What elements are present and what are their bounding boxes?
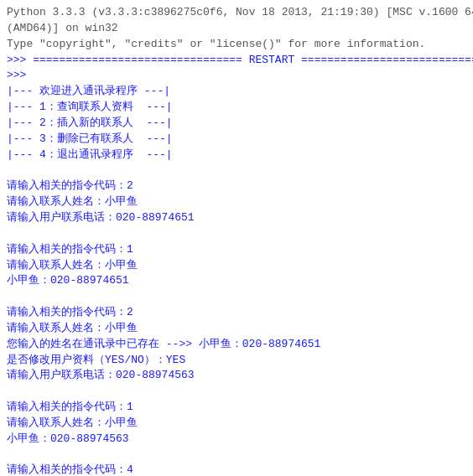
terminal-line: |--- 欢迎进入通讯录程序 ---| — [7, 84, 466, 100]
terminal-line: 请输入用户联系电话：020-88974651 — [7, 210, 466, 226]
terminal-line: 请输入用户联系电话：020-88974563 — [7, 368, 466, 384]
terminal-line: (AMD64)] on win32 — [7, 21, 466, 37]
terminal-line: 请输入联系人姓名：小甲鱼 — [7, 321, 466, 337]
terminal-window: Python 3.3.3 (v3.3.3:c3896275c0f6, Nov 1… — [0, 0, 473, 476]
empty-line — [7, 384, 466, 400]
terminal-line: Type "copyright", "credits" or "license(… — [7, 37, 466, 53]
terminal-line: 小甲鱼：020-88974651 — [7, 273, 466, 289]
empty-line — [7, 448, 466, 463]
empty-line — [7, 163, 466, 178]
terminal-line: Python 3.3.3 (v3.3.3:c3896275c0f6, Nov 1… — [7, 5, 466, 21]
terminal-line: 请输入相关的指令代码：1 — [7, 242, 466, 258]
terminal-line: 小甲鱼：020-88974563 — [7, 432, 466, 448]
terminal-line: 请输入相关的指令代码：2 — [7, 305, 466, 321]
terminal-line: 请输入相关的指令代码：2 — [7, 178, 466, 194]
terminal-line: 请输入相关的指令代码：4 — [7, 463, 466, 476]
terminal-line: 是否修改用户资料（YES/NO）：YES — [7, 353, 466, 369]
terminal-line: 请输入联系人姓名：小甲鱼 — [7, 258, 466, 274]
terminal-line: 请输入联系人姓名：小甲鱼 — [7, 416, 466, 432]
terminal-line: |--- 1：查询联系人资料 ---| — [7, 100, 466, 116]
empty-line — [7, 289, 466, 305]
terminal-line: 请输入联系人姓名：小甲鱼 — [7, 194, 466, 210]
empty-line — [7, 226, 466, 242]
terminal-line: >>> ================================ RES… — [7, 53, 466, 69]
terminal-line: |--- 2：插入新的联系人 ---| — [7, 116, 466, 132]
terminal-line: >>> — [7, 68, 466, 84]
terminal-line: |--- 3：删除已有联系人 ---| — [7, 132, 466, 147]
terminal-line: |--- 4：退出通讯录程序 ---| — [7, 147, 466, 163]
terminal-line: 请输入相关的指令代码：1 — [7, 400, 466, 416]
terminal-line: 您输入的姓名在通讯录中已存在 -->> 小甲鱼：020-88974651 — [7, 337, 466, 353]
